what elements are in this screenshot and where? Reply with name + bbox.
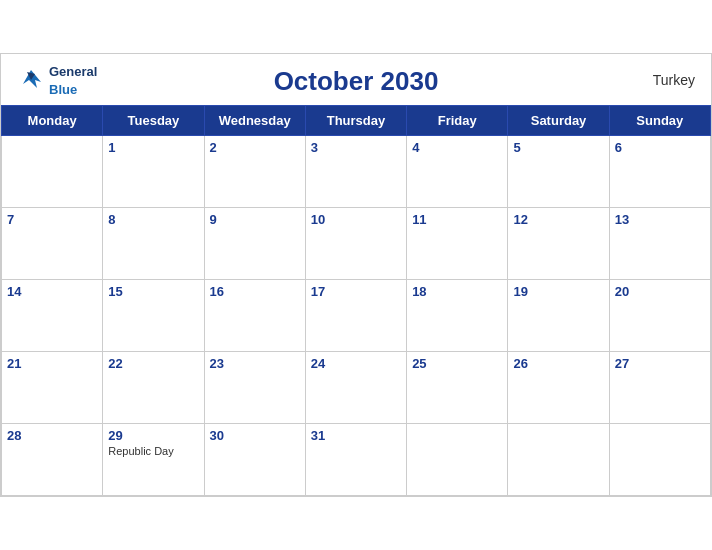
calendar-day-cell: 20 [609,280,710,352]
day-number: 6 [615,140,705,155]
calendar-day-cell: 30 [204,424,305,496]
calendar-container: General Blue October 2030 Turkey Monday … [0,53,712,497]
calendar-day-cell: 3 [305,136,406,208]
day-number: 5 [513,140,603,155]
calendar-day-cell [2,136,103,208]
day-number: 29 [108,428,198,443]
day-number: 15 [108,284,198,299]
holiday-label: Republic Day [108,445,198,457]
calendar-day-cell: 7 [2,208,103,280]
day-number: 9 [210,212,300,227]
calendar-day-cell: 9 [204,208,305,280]
svg-marker-0 [23,70,41,88]
day-number: 30 [210,428,300,443]
day-number: 1 [108,140,198,155]
weekday-friday: Friday [407,106,508,136]
day-number: 7 [7,212,97,227]
day-number: 11 [412,212,502,227]
calendar-week-row: 78910111213 [2,208,711,280]
weekday-thursday: Thursday [305,106,406,136]
calendar-day-cell: 10 [305,208,406,280]
day-number: 31 [311,428,401,443]
day-number: 24 [311,356,401,371]
day-number: 25 [412,356,502,371]
calendar-day-cell: 14 [2,280,103,352]
calendar-day-cell: 21 [2,352,103,424]
calendar-day-cell [609,424,710,496]
calendar-day-cell: 29Republic Day [103,424,204,496]
country-label: Turkey [653,72,695,88]
calendar-day-cell: 18 [407,280,508,352]
day-number: 2 [210,140,300,155]
calendar-day-cell: 6 [609,136,710,208]
weekday-monday: Monday [2,106,103,136]
calendar-day-cell: 26 [508,352,609,424]
day-number: 27 [615,356,705,371]
day-number: 10 [311,212,401,227]
calendar-day-cell: 17 [305,280,406,352]
calendar-day-cell: 22 [103,352,204,424]
weekday-sunday: Sunday [609,106,710,136]
calendar-day-cell: 11 [407,208,508,280]
calendar-title: October 2030 [274,66,439,97]
logo-icon [17,66,45,94]
calendar-day-cell: 19 [508,280,609,352]
weekday-header-row: Monday Tuesday Wednesday Thursday Friday… [2,106,711,136]
day-number: 26 [513,356,603,371]
calendar-header: General Blue October 2030 Turkey [1,54,711,105]
day-number: 23 [210,356,300,371]
day-number: 28 [7,428,97,443]
weekday-saturday: Saturday [508,106,609,136]
calendar-week-row: 123456 [2,136,711,208]
calendar-week-row: 21222324252627 [2,352,711,424]
weekday-wednesday: Wednesday [204,106,305,136]
day-number: 17 [311,284,401,299]
calendar-thead: Monday Tuesday Wednesday Thursday Friday… [2,106,711,136]
logo-blue-text: Blue [49,82,77,97]
day-number: 4 [412,140,502,155]
weekday-tuesday: Tuesday [103,106,204,136]
day-number: 21 [7,356,97,371]
calendar-day-cell: 8 [103,208,204,280]
logo: General Blue [17,62,97,98]
calendar-week-row: 2829Republic Day3031 [2,424,711,496]
calendar-day-cell: 27 [609,352,710,424]
calendar-day-cell: 12 [508,208,609,280]
calendar-day-cell: 24 [305,352,406,424]
calendar-day-cell: 16 [204,280,305,352]
calendar-day-cell [508,424,609,496]
day-number: 3 [311,140,401,155]
day-number: 20 [615,284,705,299]
day-number: 16 [210,284,300,299]
calendar-day-cell: 23 [204,352,305,424]
calendar-day-cell: 5 [508,136,609,208]
day-number: 8 [108,212,198,227]
calendar-day-cell: 2 [204,136,305,208]
calendar-body: 1234567891011121314151617181920212223242… [2,136,711,496]
day-number: 22 [108,356,198,371]
day-number: 18 [412,284,502,299]
day-number: 19 [513,284,603,299]
day-number: 13 [615,212,705,227]
calendar-day-cell: 13 [609,208,710,280]
logo-general-text: General [49,64,97,79]
calendar-week-row: 14151617181920 [2,280,711,352]
calendar-day-cell: 1 [103,136,204,208]
day-number: 14 [7,284,97,299]
calendar-day-cell: 25 [407,352,508,424]
calendar-day-cell: 28 [2,424,103,496]
calendar-day-cell: 31 [305,424,406,496]
calendar-table: Monday Tuesday Wednesday Thursday Friday… [1,105,711,496]
day-number: 12 [513,212,603,227]
calendar-day-cell: 4 [407,136,508,208]
calendar-day-cell: 15 [103,280,204,352]
calendar-day-cell [407,424,508,496]
